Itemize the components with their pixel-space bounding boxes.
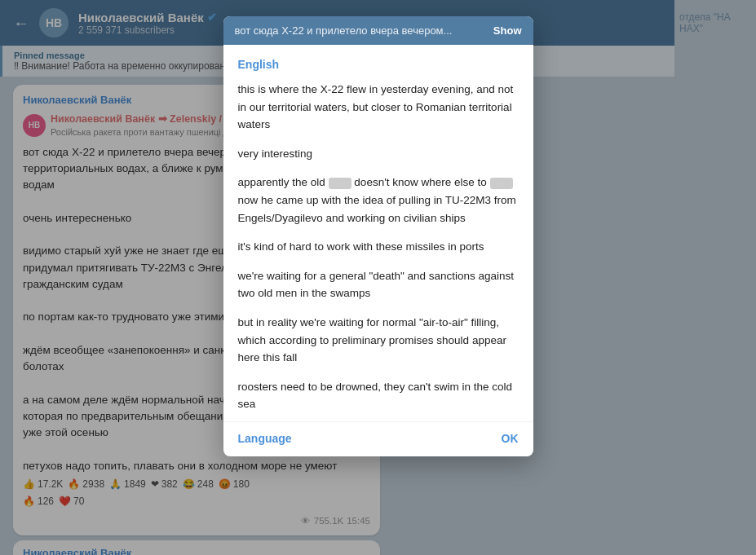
translation-p5: we're waiting for a general "death" and …	[238, 267, 519, 302]
modal-translation-text: this is where the X-22 flew in yesterday…	[238, 81, 519, 413]
modal-header: вот сюда Х-22 и прилетело вчера вечером.…	[223, 16, 533, 45]
modal-ok-button[interactable]: OK	[502, 432, 519, 445]
modal-language-label: English	[238, 58, 519, 71]
modal-language-button[interactable]: Language	[238, 432, 292, 445]
censored-word-1	[329, 178, 351, 189]
translation-modal: вот сюда Х-22 и прилетело вчера вечером.…	[223, 16, 533, 456]
translation-p4: it's kind of hard to work with these mis…	[238, 238, 519, 256]
translation-p6: but in reality we're waiting for normal …	[238, 314, 519, 367]
translation-p3: apparently the old doesn't know where el…	[238, 174, 519, 227]
modal-preview-text: вот сюда Х-22 и прилетело вчера вечером.…	[235, 24, 463, 37]
translation-p2: very interesting	[238, 145, 519, 163]
modal-footer: Language OK	[223, 421, 533, 456]
modal-overlay: вот сюда Х-22 и прилетело вчера вечером.…	[0, 0, 756, 555]
modal-show-button[interactable]: Show	[493, 24, 522, 37]
translation-p1: this is where the X-22 flew in yesterday…	[238, 81, 519, 134]
censored-word-2	[490, 178, 513, 189]
translation-p7: roosters need to be drowned, they can't …	[238, 378, 519, 413]
modal-body: English this is where the X-22 flew in y…	[223, 45, 533, 413]
